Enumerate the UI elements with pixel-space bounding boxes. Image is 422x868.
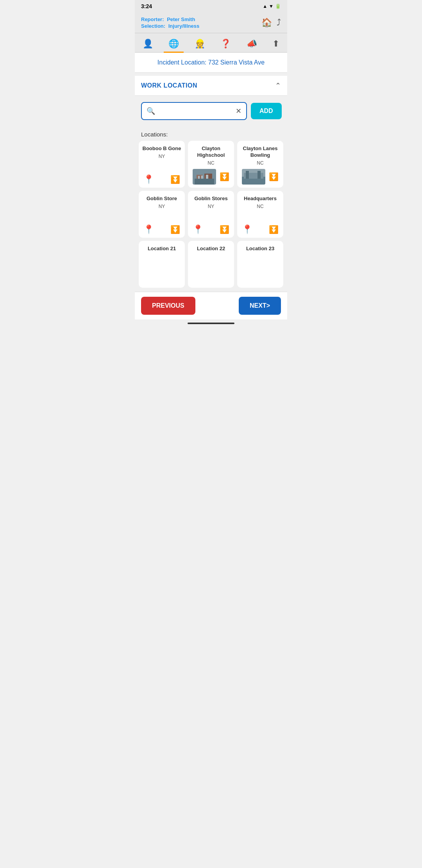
reporter-name: Peter Smith	[167, 16, 195, 22]
location-actions: 📍 ⏬	[142, 224, 182, 235]
tab-question[interactable]: ❓	[216, 36, 236, 52]
selection-value: Injury/Illness	[168, 23, 199, 29]
svg-rect-6	[206, 175, 208, 179]
expand-icon[interactable]: ⏬	[269, 172, 279, 181]
location-state: NY	[208, 204, 215, 209]
tab-megaphone[interactable]: 📣	[242, 36, 262, 52]
megaphone-icon: 📣	[247, 39, 257, 49]
location-actions: 📍 ⏬	[240, 224, 280, 235]
svg-rect-10	[246, 171, 249, 179]
location-name: Goblin Stores	[194, 195, 227, 202]
incident-location-text: Incident Location: 732 Sierra Vista Ave	[157, 59, 265, 66]
next-button[interactable]: NEXT>	[239, 297, 281, 315]
location-name: Location 22	[197, 246, 225, 252]
location-card-location-21[interactable]: Location 21	[139, 241, 185, 288]
pin-icon: 📍	[193, 224, 203, 235]
section-title: WORK LOCATION	[141, 82, 197, 89]
location-card-goblin-stores[interactable]: Goblin Stores NY 📍 ⏬	[188, 191, 234, 238]
location-name: Location 23	[246, 246, 274, 252]
tab-globe[interactable]: 🌐	[164, 36, 184, 52]
search-input-wrapper: 🔍 ✕	[141, 102, 247, 120]
location-card-clayton-lanes-bowling[interactable]: Clayton Lanes Bowling NC ⏬	[237, 141, 283, 188]
location-card-location-23[interactable]: Location 23	[237, 241, 283, 288]
location-name: Location 21	[148, 246, 176, 252]
location-name: Booboo B Gone	[143, 145, 181, 152]
location-card-clayton-highschool[interactable]: Clayton Highschool NC ⏬	[188, 141, 234, 188]
reporter-row: Reporter: Peter Smith	[141, 16, 199, 22]
home-icon[interactable]: 🏠	[261, 18, 272, 28]
location-card-headquarters[interactable]: Headquarters NC 📍 ⏬	[237, 191, 283, 238]
expand-icon[interactable]: ⏬	[220, 225, 229, 234]
location-name: Goblin Store	[147, 195, 177, 202]
exit-icon[interactable]: ⤴	[277, 18, 281, 28]
location-card-goblin-store[interactable]: Goblin Store NY 📍 ⏬	[139, 191, 185, 238]
wifi-icon: ▼	[269, 4, 274, 9]
bottom-nav: PREVIOUS NEXT>	[135, 292, 287, 319]
location-state: NY	[159, 204, 165, 209]
location-state: NC	[257, 204, 263, 209]
location-thumbnail	[193, 169, 216, 185]
location-name: Clayton Highschool	[191, 145, 231, 159]
location-name: Clayton Lanes Bowling	[240, 145, 280, 159]
pin-icon: 📍	[242, 224, 252, 235]
location-actions: ⏬	[240, 169, 280, 185]
signal-icon: ▲	[263, 4, 267, 9]
status-icons: ▲ ▼ 🔋	[263, 4, 281, 9]
location-thumbnail	[242, 169, 265, 185]
location-name: Headquarters	[244, 195, 277, 202]
search-input[interactable]	[158, 108, 232, 115]
expand-icon[interactable]: ⏬	[170, 175, 180, 184]
reporter-label: Reporter:	[141, 16, 164, 22]
pin-icon: 📍	[143, 174, 154, 185]
battery-icon: 🔋	[275, 4, 281, 9]
search-area: 🔍 ✕ ADD	[135, 96, 287, 126]
home-indicator	[135, 319, 287, 327]
incident-banner: Incident Location: 732 Sierra Vista Ave	[135, 53, 287, 73]
pin-icon: 📍	[143, 224, 154, 235]
previous-button[interactable]: PREVIOUS	[141, 297, 195, 315]
svg-rect-4	[198, 176, 200, 179]
tab-person[interactable]: 👤	[138, 36, 158, 52]
status-time: 3:24	[141, 3, 152, 9]
worker-icon: 👷	[195, 39, 205, 49]
home-bar	[188, 323, 234, 324]
header-info: Reporter: Peter Smith Selection: Injury/…	[141, 16, 199, 29]
globe-icon: 🌐	[168, 39, 179, 49]
chevron-up-icon: ⌃	[275, 81, 281, 90]
location-grid: Booboo B Gone NY 📍 ⏬ Clayton Highschool …	[135, 141, 287, 292]
location-card-location-22[interactable]: Location 22	[188, 241, 234, 288]
search-icon: 🔍	[147, 107, 155, 115]
svg-rect-11	[257, 171, 261, 179]
nav-tabs: 👤 🌐 👷 ❓ 📣 ⬆	[135, 33, 287, 53]
tab-worker[interactable]: 👷	[190, 36, 210, 52]
person-icon: 👤	[143, 39, 153, 49]
upload-icon: ⬆	[272, 39, 279, 49]
location-state: NC	[207, 160, 214, 166]
clear-icon[interactable]: ✕	[236, 107, 241, 115]
header: Reporter: Peter Smith Selection: Injury/…	[135, 13, 287, 33]
location-actions: ⏬	[191, 169, 231, 185]
location-state: NC	[257, 160, 263, 166]
selection-label: Selection:	[141, 23, 165, 29]
question-icon: ❓	[220, 39, 231, 49]
add-button[interactable]: ADD	[251, 103, 282, 119]
tab-upload[interactable]: ⬆	[268, 36, 284, 52]
svg-rect-5	[201, 176, 203, 179]
location-card-booboo-b-gone[interactable]: Booboo B Gone NY 📍 ⏬	[139, 141, 185, 188]
location-state: NY	[159, 154, 165, 159]
status-bar: 3:24 ▲ ▼ 🔋	[135, 0, 287, 13]
svg-rect-1	[195, 179, 214, 185]
location-actions: 📍 ⏬	[191, 224, 231, 235]
expand-icon[interactable]: ⏬	[220, 172, 229, 181]
expand-icon[interactable]: ⏬	[170, 225, 180, 234]
work-location-section[interactable]: WORK LOCATION ⌃	[135, 76, 287, 96]
expand-icon[interactable]: ⏬	[269, 225, 279, 234]
header-icons: 🏠 ⤴	[261, 18, 281, 28]
selection-row: Selection: Injury/Illness	[141, 23, 199, 29]
locations-label: Locations:	[135, 126, 287, 141]
location-actions: 📍 ⏬	[142, 174, 182, 185]
